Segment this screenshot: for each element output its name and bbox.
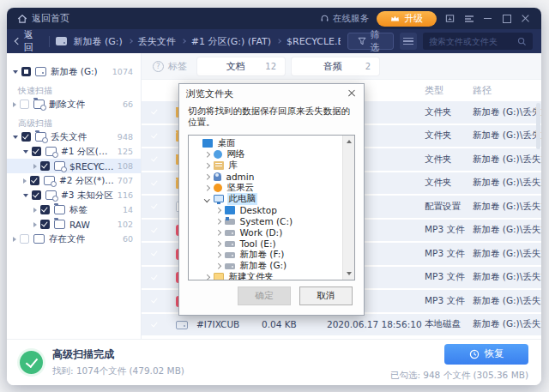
sidebar-checkbox[interactable] xyxy=(21,67,31,76)
sidebar-item[interactable]: #1 分区(G:) (FAT)125 xyxy=(7,144,141,159)
ok-button[interactable]: 确定 xyxy=(238,286,291,305)
nutstore-icon xyxy=(214,184,222,192)
dialog-scrollbar[interactable] xyxy=(342,136,354,280)
sidebar-checkbox[interactable] xyxy=(40,205,50,214)
chevron-collapsed-icon[interactable] xyxy=(215,263,220,268)
chevron-right-icon[interactable] xyxy=(13,237,16,242)
breadcrumb-separator-icon xyxy=(128,39,133,44)
dialog-tree-item[interactable]: 库 xyxy=(190,160,339,171)
chevron-collapsed-icon[interactable] xyxy=(215,230,220,235)
header-type[interactable]: 类型 xyxy=(425,84,473,97)
dialog-tree-item[interactable]: 网络 xyxy=(190,148,339,160)
chevron-down-icon[interactable] xyxy=(13,70,18,74)
sidebar-checkbox[interactable] xyxy=(40,161,50,171)
tab-audio[interactable]: 音频 2 xyxy=(292,57,379,75)
sidebar-item[interactable]: RAW102 xyxy=(7,217,141,232)
dialog-tree-item[interactable]: 此电脑 xyxy=(190,193,339,204)
chevron-down-icon[interactable] xyxy=(23,150,28,154)
maximize-button[interactable] xyxy=(501,13,512,24)
sidebar-item[interactable]: 丢失文件948 xyxy=(7,130,141,144)
dialog-tree-item[interactable]: 桌面 xyxy=(190,137,339,148)
chevron-down-icon[interactable] xyxy=(23,194,28,197)
sidebar-checkbox[interactable] xyxy=(30,176,39,185)
sidebar-item[interactable]: 新加卷 (G:)1074 xyxy=(7,64,141,79)
table-row[interactable]: #I7IXCUB0.04 KB2020.06.17 18:56:10本地磁盘新加… xyxy=(142,314,541,336)
sidebar-item-count: 116 xyxy=(114,190,133,200)
sidebar-item[interactable]: $RECYCLE.BIN108 xyxy=(7,159,141,173)
breadcrumb-item[interactable]: $RECYCLE.BIN xyxy=(287,36,340,47)
chevron-collapsed-icon[interactable] xyxy=(204,185,209,190)
recover-button[interactable]: 恢复 xyxy=(444,344,528,365)
chevron-expanded-icon[interactable] xyxy=(204,196,209,202)
search-icon[interactable] xyxy=(517,37,527,46)
view-list-button[interactable] xyxy=(400,33,417,50)
browse-folder-dialog: 浏览文件夹 切勿将找到的数据保存回原来丢失数据的位置。 桌面网络库admin坚果… xyxy=(178,83,365,316)
chevron-right-icon[interactable] xyxy=(33,164,37,169)
sidebar-checkbox[interactable] xyxy=(40,220,50,229)
breadcrumb-item[interactable]: 新加卷 (G:) xyxy=(73,35,122,48)
file-type: 文件夹 xyxy=(425,154,473,166)
chevron-collapsed-icon[interactable] xyxy=(215,241,220,246)
sidebar-item[interactable]: 存在文件60 xyxy=(7,232,141,246)
sidebar-item[interactable]: #3 未知分区116 xyxy=(7,188,141,202)
sidebar-item[interactable]: #2 分区(*) (NTF...707 xyxy=(7,173,141,188)
online-service-button[interactable]: 在线服务 xyxy=(320,13,369,25)
breadcrumb-item[interactable]: #1 分区(G:) (FAT) xyxy=(191,35,271,48)
cancel-button[interactable]: 取消 xyxy=(299,286,353,305)
chevron-collapsed-icon[interactable] xyxy=(204,152,209,157)
file-type: MP3 文件 xyxy=(425,271,473,283)
menu-icon[interactable] xyxy=(463,13,474,24)
chevron-right-icon[interactable] xyxy=(33,208,37,213)
dialog-tree-item[interactable]: Desktop xyxy=(190,204,339,215)
chevron-collapsed-icon[interactable] xyxy=(204,163,209,168)
dialog-tree-item[interactable]: 新加卷 (F:) xyxy=(190,249,339,260)
dialog-tree-item[interactable]: 新建文件夹 xyxy=(190,271,339,280)
sidebar-checkbox[interactable] xyxy=(20,100,29,109)
dialog-tree-item[interactable]: admin xyxy=(190,171,339,182)
scan-status-title: 高级扫描完成 xyxy=(52,347,184,362)
sidebar-item[interactable]: 删除文件66 xyxy=(7,97,141,112)
sidebar-checkbox[interactable] xyxy=(21,132,31,142)
minimize-button[interactable] xyxy=(482,13,493,24)
upgrade-button[interactable]: 升级 xyxy=(377,11,437,27)
disk-file-icon xyxy=(176,321,188,329)
tag-toggle[interactable]: 标签 xyxy=(153,60,187,73)
drive-icon xyxy=(225,263,235,269)
chevron-down-icon[interactable] xyxy=(13,136,18,139)
filter-button[interactable]: 筛选 xyxy=(347,33,395,50)
sidebar-checkbox[interactable] xyxy=(32,147,41,156)
file-path: 新加卷 (G:)\丢失文... xyxy=(473,201,541,213)
sidebar-item-count: 14 xyxy=(119,205,133,214)
chevron-collapsed-icon[interactable] xyxy=(204,274,209,280)
chevron-collapsed-icon[interactable] xyxy=(215,252,220,257)
breadcrumb-item[interactable]: 丢失文件 xyxy=(138,35,176,48)
tab-label: 音频 xyxy=(300,60,365,73)
headset-icon xyxy=(320,14,329,23)
sidebar-checkbox[interactable] xyxy=(32,190,41,200)
online-service-label: 在线服务 xyxy=(333,13,369,25)
search-input[interactable] xyxy=(429,37,514,46)
chevron-collapsed-icon[interactable] xyxy=(215,208,220,213)
success-check-icon xyxy=(20,351,43,374)
close-button[interactable] xyxy=(520,13,531,24)
chevron-right-icon[interactable] xyxy=(13,102,16,107)
header-path[interactable]: 路径 xyxy=(473,84,541,97)
dialog-close-icon[interactable] xyxy=(347,88,357,99)
dialog-tree-item[interactable]: Work (D:) xyxy=(190,226,339,238)
dialog-tree-item[interactable]: System (C:) xyxy=(190,215,339,226)
chevron-right-icon[interactable] xyxy=(33,222,37,227)
sidebar-checkbox[interactable] xyxy=(20,234,29,244)
sidebar-item[interactable]: 标签14 xyxy=(7,202,141,217)
chevron-right-icon[interactable] xyxy=(23,178,27,184)
dialog-tree-item[interactable]: Tool (E:) xyxy=(190,238,339,249)
chevron-collapsed-icon[interactable] xyxy=(204,174,209,179)
chevron-collapsed-icon[interactable] xyxy=(215,219,220,224)
feedback-icon[interactable] xyxy=(444,13,455,24)
dialog-tree-item[interactable]: 坚果云 xyxy=(190,182,339,193)
vertical-scrollbar[interactable] xyxy=(536,103,540,149)
dialog-tree-item[interactable]: 新加卷 (G:) xyxy=(190,260,339,271)
tab-documents[interactable]: 文档 12 xyxy=(197,57,285,75)
sidebar-item-count: 108 xyxy=(114,161,133,171)
home-button[interactable]: 返回首页 xyxy=(17,12,69,25)
back-button[interactable]: 返回 xyxy=(15,28,42,54)
